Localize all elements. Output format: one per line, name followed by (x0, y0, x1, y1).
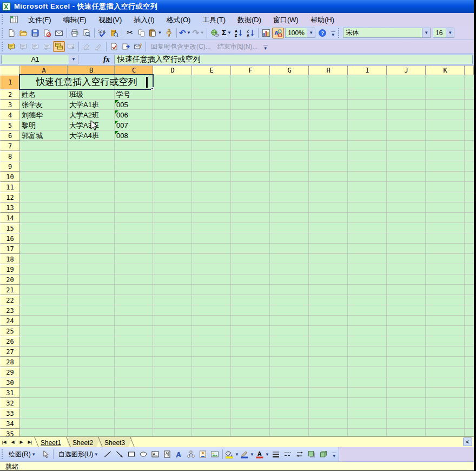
hscroll-left-button[interactable]: < (463, 437, 472, 446)
column-header-D[interactable]: D (153, 66, 192, 75)
row-header-21[interactable]: 21 (0, 285, 20, 295)
insert-hyperlink-button[interactable] (209, 28, 221, 38)
menu-insert[interactable]: 插入(I) (128, 14, 160, 25)
row-header-12[interactable]: 12 (0, 192, 20, 202)
row-header-34[interactable]: 34 (0, 418, 20, 429)
error-indicator-triangle[interactable] (115, 131, 118, 134)
row-header-11[interactable]: 11 (0, 182, 20, 192)
toolbar-grip[interactable] (1, 449, 4, 459)
menu-file[interactable]: 文件(F) (22, 14, 57, 25)
diagram-button[interactable] (185, 449, 197, 460)
wordart-button[interactable]: A (173, 449, 185, 460)
permission-button[interactable] (41, 28, 53, 38)
cell-C5[interactable]: 007 (116, 120, 153, 130)
spelling-button[interactable]: 字A (96, 28, 108, 38)
toolbar-options-button[interactable]: —▼ (262, 41, 269, 53)
select-objects-button[interactable] (39, 449, 51, 460)
new-comment-button[interactable] (5, 41, 17, 52)
cell-A6[interactable]: 郭富城 (22, 130, 67, 141)
column-header-J[interactable]: J (387, 66, 426, 75)
error-indicator-triangle[interactable] (115, 121, 118, 124)
row-header-28[interactable]: 28 (0, 357, 20, 367)
cell-A3[interactable]: 张学友 (22, 100, 67, 110)
toolbar-options-button[interactable]: —▼ (329, 27, 336, 39)
new-document-button[interactable] (5, 28, 17, 38)
line-color-button[interactable]: ▼ (240, 449, 255, 460)
draw-menu-button[interactable]: 绘图(R)▼ (5, 449, 39, 460)
oval-button[interactable] (137, 449, 149, 460)
row-header-13[interactable]: 13 (0, 202, 20, 213)
error-indicator-triangle[interactable] (115, 100, 118, 103)
toolbar-grip[interactable] (1, 42, 4, 51)
fill-handle[interactable] (151, 87, 154, 90)
menu-window[interactable]: 窗口(W) (267, 14, 305, 25)
autoshapes-button[interactable]: 自选图形(U)▼ (55, 449, 102, 460)
menu-tools[interactable]: 工具(T) (196, 14, 232, 25)
row-header-3[interactable]: 3 (0, 100, 20, 110)
mark-reviewed-button[interactable] (108, 41, 120, 52)
tab-scroll-next-button[interactable]: ▶ (17, 437, 26, 447)
line-button[interactable] (102, 449, 114, 460)
send-attachment-button[interactable] (132, 41, 144, 52)
cell-C2[interactable]: 学号 (116, 89, 153, 100)
cell-B2[interactable]: 班级 (69, 89, 114, 100)
print-button[interactable] (69, 28, 81, 38)
sort-descending-button[interactable]: ZA (244, 28, 256, 38)
update-file-button[interactable] (120, 41, 132, 52)
row-header-10[interactable]: 10 (0, 172, 20, 182)
menu-help[interactable]: 帮助(H) (305, 14, 340, 25)
row-header-20[interactable]: 20 (0, 274, 20, 285)
cell-C3[interactable]: 005 (116, 100, 153, 110)
row-header-8[interactable]: 8 (0, 151, 20, 161)
row-header-6[interactable]: 6 (0, 130, 20, 141)
row-header-9[interactable]: 9 (0, 161, 20, 172)
sort-ascending-button[interactable]: AZ (233, 28, 244, 38)
print-preview-button[interactable] (81, 28, 92, 38)
select-all-corner[interactable] (0, 66, 20, 75)
insert-function-button[interactable]: fx (103, 55, 110, 64)
row-header-31[interactable]: 31 (0, 388, 20, 398)
tab-scroll-first-button[interactable]: |◀ (0, 437, 9, 447)
picture-button[interactable] (209, 449, 221, 460)
column-header-I[interactable]: I (348, 66, 387, 75)
chevron-down-icon[interactable]: ▼ (446, 28, 454, 37)
name-box-dropdown[interactable]: ▼ (69, 55, 78, 64)
cell-B3[interactable]: 大学A1班 (69, 100, 114, 110)
row-header-24[interactable]: 24 (0, 316, 20, 326)
tab-scroll-last-button[interactable]: ▶| (26, 437, 35, 447)
toolbar-options-button[interactable]: —▼ (330, 448, 338, 460)
row-header-4[interactable]: 4 (0, 110, 20, 120)
column-header-H[interactable]: H (309, 66, 348, 75)
row-header-33[interactable]: 33 (0, 408, 20, 418)
paste-button[interactable]: ▼ (148, 28, 163, 38)
help-button[interactable]: ? (316, 28, 328, 38)
autosum-button[interactable]: Σ▼ (221, 28, 233, 38)
menu-format[interactable]: 格式(O) (161, 14, 197, 25)
dash-style-button[interactable] (282, 449, 294, 460)
column-header-F[interactable]: F (231, 66, 270, 75)
shadow-style-button[interactable] (306, 449, 318, 460)
column-header-E[interactable]: E (192, 66, 231, 75)
row-header-2[interactable]: 2 (0, 89, 20, 100)
row-header-19[interactable]: 19 (0, 264, 20, 274)
clipart-button[interactable] (197, 449, 209, 460)
row-header-27[interactable]: 27 (0, 346, 20, 357)
copy-button[interactable] (136, 28, 148, 38)
undo-button[interactable]: ↶▼ (178, 28, 192, 38)
rectangle-button[interactable] (125, 449, 137, 460)
menu-data[interactable]: 数据(D) (232, 14, 267, 25)
menu-view[interactable]: 视图(V) (92, 14, 128, 25)
formula-input[interactable]: 快速任意插入空行或空列 (114, 55, 473, 64)
row-header-15[interactable]: 15 (0, 223, 20, 233)
font-size-combo[interactable]: 16▼ (433, 28, 454, 38)
save-button[interactable] (29, 28, 41, 38)
menu-edit[interactable]: 编辑(E) (57, 14, 92, 25)
chevron-down-icon[interactable]: ▼ (307, 28, 315, 37)
show-all-comments-button[interactable] (53, 41, 65, 52)
open-button[interactable] (17, 28, 29, 38)
chevron-down-icon[interactable]: ▼ (422, 28, 430, 37)
arrow-button[interactable] (114, 449, 125, 460)
row-header-26[interactable]: 26 (0, 336, 20, 346)
email-button[interactable] (53, 28, 65, 38)
cell-A2[interactable]: 姓名 (22, 89, 67, 100)
